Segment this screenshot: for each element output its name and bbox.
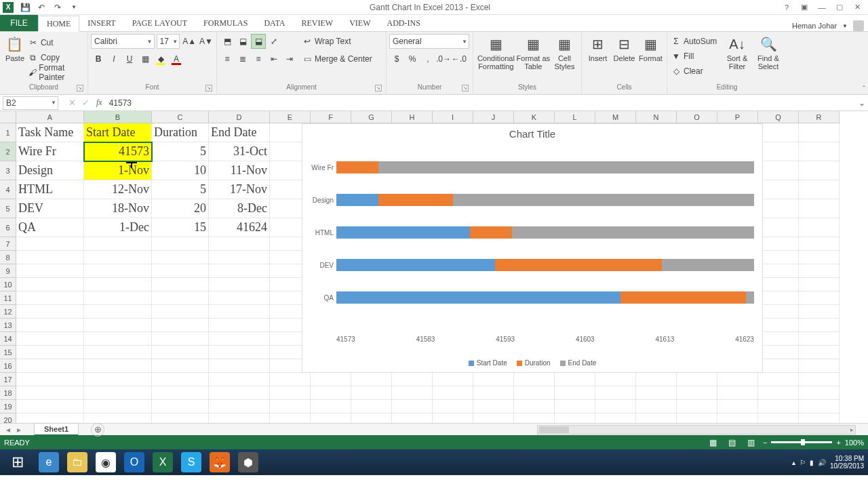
column-header-A[interactable]: A <box>16 111 84 123</box>
clipboard-dialog-icon[interactable]: ↘ <box>77 85 83 92</box>
column-header-M[interactable]: M <box>595 111 636 123</box>
cell[interactable] <box>758 413 799 423</box>
cell[interactable] <box>799 373 840 386</box>
align-center-button[interactable]: ≣ <box>235 52 250 66</box>
row-header-7[interactable]: 7 <box>0 237 16 251</box>
cell[interactable]: 41573 <box>84 142 152 161</box>
row-header-14[interactable]: 14 <box>0 332 16 346</box>
row-header-2[interactable]: 2 <box>0 142 16 161</box>
cell[interactable] <box>16 413 84 423</box>
cell[interactable]: 31-Oct <box>209 142 270 161</box>
column-header-F[interactable]: F <box>311 111 351 123</box>
cell[interactable] <box>270 373 311 386</box>
number-dialog-icon[interactable]: ↘ <box>462 85 469 92</box>
cell[interactable] <box>84 346 152 359</box>
cell[interactable] <box>758 264 799 278</box>
cell[interactable] <box>799 251 840 264</box>
row-header-18[interactable]: 18 <box>0 386 16 400</box>
tray-network-icon[interactable]: ▮ <box>810 459 814 466</box>
cell[interactable] <box>799 142 840 161</box>
cell[interactable] <box>799 218 840 237</box>
conditional-formatting-button[interactable]: ▦Conditional Formatting <box>476 34 516 83</box>
cell[interactable] <box>152 319 209 332</box>
zoom-value[interactable]: 100% <box>845 439 864 447</box>
column-header-R[interactable]: R <box>799 111 840 123</box>
cell[interactable] <box>717 373 758 386</box>
chart-bar-segment[interactable] <box>495 259 662 271</box>
hscroll-thumb[interactable] <box>539 426 569 433</box>
cell[interactable]: Design <box>16 161 84 180</box>
cell[interactable] <box>799 332 840 346</box>
add-sheet-button[interactable]: ⊕ <box>91 423 104 436</box>
cell[interactable] <box>677 373 717 386</box>
cell[interactable] <box>717 386 758 400</box>
cell[interactable] <box>555 400 595 413</box>
cell[interactable] <box>152 400 209 413</box>
cell[interactable] <box>152 359 209 373</box>
chart-bar-segment[interactable] <box>336 259 495 271</box>
sheets-next-icon[interactable]: ▸ <box>14 425 24 434</box>
taskbar-skype[interactable]: S <box>178 451 205 474</box>
cell[interactable] <box>209 359 270 373</box>
cell[interactable] <box>677 386 717 400</box>
cell[interactable] <box>473 373 514 386</box>
tray-volume-icon[interactable]: 🔊 <box>818 459 826 466</box>
cell[interactable] <box>16 359 84 373</box>
cell[interactable] <box>84 332 152 346</box>
user-name[interactable]: Heman Johar <box>792 22 837 30</box>
column-header-P[interactable]: P <box>717 111 758 123</box>
user-menu-chevron-icon[interactable]: ▼ <box>842 23 848 29</box>
cell[interactable]: 10 <box>152 161 209 180</box>
sheets-prev-icon[interactable]: ◂ <box>3 425 14 434</box>
undo-icon[interactable]: ↶ <box>34 1 49 14</box>
cell[interactable] <box>636 413 677 423</box>
cell[interactable] <box>799 278 840 291</box>
chart-title[interactable]: Chart Title <box>302 124 762 144</box>
cell[interactable] <box>595 386 636 400</box>
minimize-icon[interactable]: — <box>814 1 830 14</box>
cell[interactable] <box>311 386 351 400</box>
close-icon[interactable]: ✕ <box>849 1 865 14</box>
cell[interactable] <box>311 373 351 386</box>
merge-center-button[interactable]: ▭Merge & Center <box>301 52 372 66</box>
cell[interactable] <box>555 413 595 423</box>
scroll-right-icon[interactable]: ▸ <box>850 426 854 433</box>
zoom-slider[interactable] <box>771 441 832 443</box>
maximize-icon[interactable]: ▢ <box>831 1 848 14</box>
tab-insert[interactable]: INSERT <box>79 15 123 31</box>
cell[interactable] <box>16 278 84 291</box>
cell[interactable] <box>209 386 270 400</box>
cell[interactable]: 17-Nov <box>209 180 270 199</box>
cell[interactable] <box>209 413 270 423</box>
select-all-triangle[interactable] <box>0 111 16 123</box>
comma-button[interactable]: , <box>420 52 435 66</box>
cell[interactable] <box>16 237 84 251</box>
cut-button[interactable]: ✂Cut <box>27 35 85 50</box>
clear-button[interactable]: ◇Clear <box>670 64 722 79</box>
cancel-formula-icon[interactable]: ✕ <box>65 98 79 108</box>
insert-button[interactable]: ⊞Insert <box>585 34 611 83</box>
wrap-text-button[interactable]: ↩Wrap Text <box>301 34 372 49</box>
cell[interactable] <box>799 346 840 359</box>
cell-styles-button[interactable]: ▦Cell Styles <box>551 34 578 83</box>
cell[interactable] <box>84 359 152 373</box>
cell[interactable] <box>16 251 84 264</box>
row-header-19[interactable]: 19 <box>0 400 16 413</box>
row-header-5[interactable]: 5 <box>0 199 16 218</box>
cell[interactable]: 1-Nov <box>84 161 152 180</box>
cell[interactable] <box>758 332 799 346</box>
cell[interactable] <box>758 305 799 319</box>
autosum-button[interactable]: ΣAutoSum <box>670 34 722 49</box>
cell[interactable] <box>311 400 351 413</box>
font-name-select[interactable]: Calibri▼ <box>91 34 155 49</box>
row-header-10[interactable]: 10 <box>0 278 16 291</box>
row-header-8[interactable]: 8 <box>0 251 16 264</box>
tab-add-ins[interactable]: ADD-INS <box>378 15 428 31</box>
cell[interactable] <box>514 413 555 423</box>
row-header-3[interactable]: 3 <box>0 161 16 180</box>
chart-bar-segment[interactable] <box>336 161 378 174</box>
cell[interactable] <box>84 291 152 305</box>
horizontal-scrollbar[interactable]: ◂ ▸ <box>537 425 856 434</box>
cell[interactable] <box>84 373 152 386</box>
chart-bar-segment[interactable] <box>336 291 620 304</box>
